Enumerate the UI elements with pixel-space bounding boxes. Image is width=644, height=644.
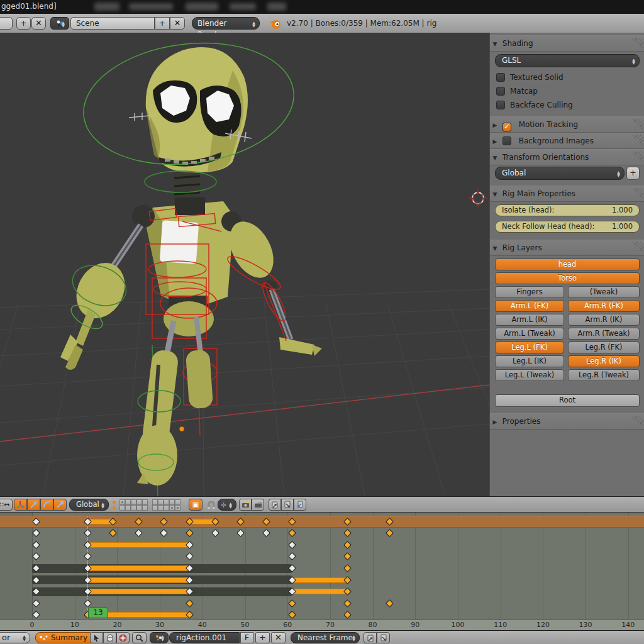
keyframe-diamond[interactable]	[386, 529, 394, 537]
add-screen-button[interactable]: +	[16, 17, 31, 30]
keyframe-diamond[interactable]	[343, 553, 352, 561]
rig-layer-arm.l-fk-[interactable]: Arm.L (FK)	[495, 300, 564, 312]
keyframe-diamond[interactable]	[386, 599, 394, 608]
keyframe-diamond[interactable]	[84, 553, 92, 561]
shading-mode-dropdown[interactable]: GLSL▲▼	[495, 54, 640, 67]
render-animation-button[interactable]	[252, 499, 264, 511]
unlink-action-button[interactable]: ✕	[271, 632, 286, 643]
keyframe-diamond[interactable]	[186, 599, 194, 608]
layer-cell[interactable]	[142, 505, 148, 511]
motion-tracking-checkbox[interactable]: ✓	[502, 123, 511, 131]
lifebuoy-filter-icon[interactable]	[116, 632, 130, 643]
layer-cell[interactable]	[136, 505, 142, 511]
layer-cell[interactable]	[164, 499, 169, 505]
lock-to-scene-button[interactable]: ▣	[189, 499, 203, 511]
new-action-button[interactable]: +	[255, 632, 270, 643]
rig-layer-arm.r-ik-[interactable]: Arm.R (IK)	[568, 314, 640, 326]
manipulator-toggle-button[interactable]: ∷↔	[0, 499, 13, 511]
summary-toggle-button[interactable]: Summary	[35, 632, 94, 643]
neck-follow-head-slider[interactable]: Neck Follow Head (head): 1.000	[495, 221, 640, 233]
checkbox[interactable]	[496, 87, 505, 96]
current-frame-badge[interactable]: 13	[88, 608, 108, 618]
rig-layer-leg.r-ik-[interactable]: Leg.R (IK)	[568, 355, 640, 367]
panel-drag-corner[interactable]	[631, 152, 643, 163]
layer-cell[interactable]	[158, 499, 164, 505]
checkbox[interactable]	[496, 101, 505, 109]
layer-cell[interactable]	[119, 505, 125, 511]
panel-drag-corner[interactable]	[631, 188, 643, 199]
rig-layer-head[interactable]: head	[495, 258, 640, 270]
layer-cell[interactable]	[142, 499, 148, 505]
layer-cell[interactable]	[175, 499, 180, 505]
keyframe-diamond[interactable]	[343, 611, 352, 619]
action-browse-dropdown[interactable]: ▲▼	[150, 632, 169, 643]
snap-magnet-icon[interactable]	[205, 499, 218, 511]
rig-layer-arm.r-tweak-[interactable]: Arm.R (Tweak)	[568, 328, 640, 340]
keyframe-diamond[interactable]	[109, 529, 117, 537]
render-opengl-button[interactable]	[239, 499, 252, 511]
panel-header-properties[interactable]: ▶ Properties	[490, 413, 644, 430]
keyframe-diamond[interactable]	[236, 529, 245, 537]
rig-layer-arm.l-tweak-[interactable]: Arm.L (Tweak)	[495, 328, 564, 340]
paste-pose-button[interactable]	[281, 499, 294, 511]
copy-keyframes-button[interactable]	[364, 632, 377, 643]
render-engine-dropdown[interactable]: Blender Render▲▼	[192, 17, 260, 30]
snap-element-dropdown[interactable]: ✛▲▼	[218, 499, 236, 511]
transform-orientation-dropdown[interactable]: Global▲▼	[69, 499, 109, 511]
rig-layer-leg.l-fk-[interactable]: Leg.L (FK)	[495, 341, 564, 353]
search-filter-icon[interactable]	[132, 632, 147, 643]
keyframe-diamond[interactable]	[288, 553, 296, 561]
fake-user-button[interactable]: F	[240, 632, 253, 643]
rig-layer-torso[interactable]: Torso	[495, 272, 640, 284]
rig-layer-leg.r-tweak-[interactable]: Leg.R (Tweak)	[568, 369, 640, 381]
keyframe-diamond[interactable]	[135, 529, 143, 537]
keyframe-bar[interactable]	[87, 565, 190, 571]
layer-cell[interactable]	[169, 499, 175, 505]
rig-layer-arm.l-ik-[interactable]: Arm.L (IK)	[495, 314, 564, 326]
panel-header-shading[interactable]: ▼ Shading	[490, 35, 644, 52]
scene-browse-dropdown[interactable]: ▲▼	[50, 17, 69, 30]
keyframe-diamond[interactable]	[84, 599, 92, 608]
add-scene-button[interactable]: +	[155, 17, 170, 30]
background-images-checkbox[interactable]	[502, 136, 511, 145]
paste-flipped-pose-button[interactable]	[294, 499, 306, 511]
layer-cell[interactable]	[152, 505, 158, 511]
keyframe-bar[interactable]	[292, 577, 347, 583]
ghost-filter-icon[interactable]	[103, 632, 116, 643]
rig-layer-arm.r-fk-[interactable]: Arm.R (FK)	[568, 300, 640, 312]
manipulator-axes-icon[interactable]	[14, 499, 27, 511]
unlink-scene-button[interactable]: ✕	[170, 17, 185, 30]
keyframe-bar[interactable]	[87, 577, 190, 583]
keyframe-diamond[interactable]	[32, 529, 40, 537]
timeline-ruler[interactable]: 0102030405060708090100110120130140	[0, 619, 644, 630]
panel-header-rig-main[interactable]: ▼ Rig Main Properties	[490, 186, 644, 202]
layer-cell[interactable]	[125, 505, 131, 511]
paste-keyframes-button[interactable]	[377, 632, 390, 643]
keyframe-diamond[interactable]	[288, 541, 296, 549]
dope-sheet-timeline[interactable]: 13 0102030405060708090100110120130140	[0, 513, 644, 630]
keyframe-diamond[interactable]	[288, 599, 296, 608]
add-orientation-button[interactable]: +	[626, 167, 640, 180]
keyframe-bar[interactable]	[87, 589, 190, 594]
scale-manipulator-button[interactable]	[53, 499, 67, 511]
keyframe-diamond[interactable]	[262, 529, 270, 537]
layer-cell[interactable]	[158, 505, 164, 511]
rig-layer-leg.l-tweak-[interactable]: Leg.L (Tweak)	[495, 369, 564, 381]
cursor-3d[interactable]	[469, 189, 487, 208]
layer-cell[interactable]	[136, 499, 142, 505]
panel-drag-corner[interactable]	[631, 416, 643, 427]
keyframe-diamond[interactable]	[343, 564, 352, 572]
panel-header-motion-tracking[interactable]: ▶ ✓ Motion Tracking	[490, 116, 644, 133]
keyframe-diamond[interactable]	[32, 553, 40, 561]
keyframe-diamond[interactable]	[186, 529, 194, 537]
editor-mode-dropdown[interactable]: or▲▼	[0, 632, 30, 643]
layer-lock-dots[interactable]	[111, 500, 118, 510]
panel-header-rig-layers[interactable]: ▼ Rig Layers	[490, 240, 644, 256]
panel-drag-corner[interactable]	[631, 38, 643, 49]
action-name-field[interactable]: rigAction.001	[169, 632, 240, 643]
layer-cell[interactable]	[152, 499, 158, 505]
keyframe-diamond[interactable]	[160, 529, 169, 537]
orientation-dropdown[interactable]: Global▲▼	[495, 167, 625, 180]
panel-drag-corner[interactable]	[631, 242, 643, 253]
checkbox[interactable]	[496, 73, 505, 82]
